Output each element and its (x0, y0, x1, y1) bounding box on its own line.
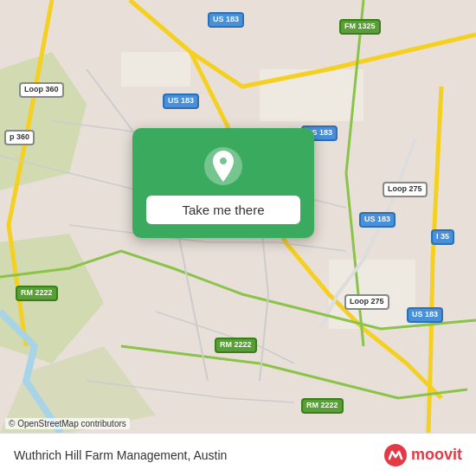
road-badge-us183-lower: US 183 (359, 212, 396, 228)
moovit-text: moovit (411, 446, 462, 464)
location-pin-icon (203, 145, 244, 187)
svg-rect-4 (121, 52, 190, 87)
road-badge-us183-far: US 183 (407, 307, 443, 323)
road-badge-loop275-top: Loop 275 (383, 182, 428, 197)
osm-attribution: © OpenStreetMap contributors (5, 418, 130, 429)
road-badge-loop360: Loop 360 (19, 82, 64, 98)
map-container: US 183 FM 1325 Loop 360 p 360 US 183 US … (0, 0, 476, 433)
road-badge-rm2222-mid: RM 2222 (215, 338, 257, 353)
svg-rect-5 (260, 69, 363, 121)
bottom-bar: Wuthrich Hill Farm Management, Austin mo… (0, 433, 476, 476)
road-badge-us183-top: US 183 (208, 12, 244, 28)
road-badge-i35: I 35 (431, 229, 454, 245)
moovit-brand-icon (383, 443, 408, 467)
take-me-there-button[interactable]: Take me there (146, 196, 300, 224)
road-badge-rm2222-bottom: RM 2222 (301, 398, 344, 414)
road-badge-loop275-bottom: Loop 275 (344, 294, 389, 310)
popup-card[interactable]: Take me there (132, 128, 314, 238)
road-badge-us183-mid: US 183 (163, 93, 199, 109)
road-badge-rm2222-left: RM 2222 (16, 286, 58, 301)
road-badge-fm1325: FM 1325 (339, 19, 381, 35)
location-label: Wuthrich Hill Farm Management, Austin (14, 448, 227, 462)
road-badge-p360: p 360 (4, 130, 35, 145)
moovit-logo: moovit (383, 443, 462, 467)
